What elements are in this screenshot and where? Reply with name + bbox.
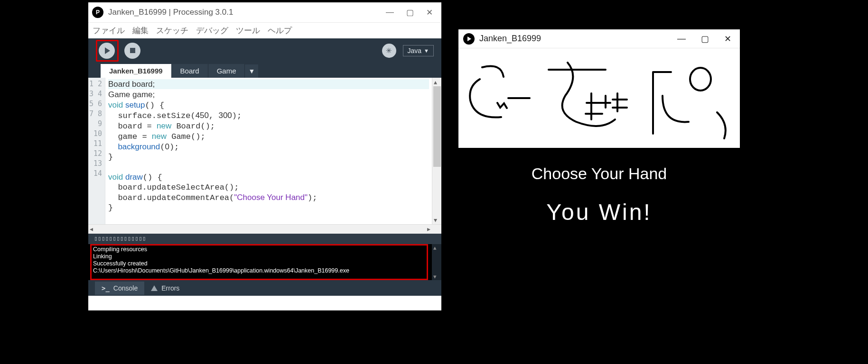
console-output[interactable]: Compiling resources Linking Successfully… — [88, 244, 441, 280]
warning-icon — [151, 285, 158, 291]
svg-marker-0 — [467, 36, 471, 41]
sketch-tabs: Janken_B16999 Board Game ▼ — [88, 63, 441, 78]
handwriting-drawing — [458, 48, 740, 148]
stop-button[interactable] — [124, 43, 140, 59]
debug-button[interactable]: ✳ — [382, 44, 396, 58]
sketch-output-window: Janken_B16999 — ▢ ✕ — [458, 29, 740, 241]
close-button[interactable]: ✕ — [426, 8, 433, 18]
sketch-titlebar[interactable]: Janken_B16999 — ▢ ✕ — [458, 29, 740, 48]
console-line: Compiling resources — [93, 246, 437, 253]
menu-sketch[interactable]: スケッチ — [155, 24, 190, 37]
code-editor[interactable]: 1 2 3 4 5 6 7 8 9 10 11 12 13 14 Board b… — [88, 78, 441, 224]
console-line: Linking — [93, 253, 437, 260]
tab-board[interactable]: Board — [172, 64, 208, 78]
scroll-up-icon[interactable]: ▴ — [434, 78, 437, 86]
minimize-button[interactable]: — — [677, 34, 686, 44]
console-line: C:\Users\Hiroshi\Documents\GitHub\Janken… — [93, 267, 437, 274]
console-icon: >_ — [102, 284, 110, 292]
scrollbar-thumb[interactable] — [433, 86, 441, 167]
console-tab[interactable]: >_ Console — [95, 282, 144, 295]
prompt-text: Choose Your Hand — [532, 164, 667, 183]
console-header: ▯▯▯▯▯▯▯▯▯▯▯▯▯▯ — [88, 234, 441, 244]
svg-point-3 — [690, 68, 711, 91]
maximize-button[interactable]: ▢ — [406, 8, 414, 18]
minimize-button[interactable]: — — [386, 8, 394, 18]
menu-help[interactable]: ヘルプ — [266, 24, 293, 37]
scroll-left-icon[interactable]: ◂ — [90, 225, 93, 233]
console-line: Successfully created — [93, 260, 437, 267]
console-scrollbar[interactable]: ▴ ▾ — [432, 244, 441, 280]
horizontal-scrollbar[interactable]: ◂ ▸ — [88, 224, 441, 234]
result-text: You Win! — [546, 199, 652, 225]
ide-window-title: Janken_B16999 | Processing 3.0.1 — [108, 8, 386, 17]
tab-game[interactable]: Game — [208, 64, 245, 78]
processing-logo-icon: P — [92, 7, 103, 18]
sketch-message-area: Choose Your Hand You Win! — [458, 148, 740, 241]
line-number-gutter: 1 2 3 4 5 6 7 8 9 10 11 12 13 14 — [88, 78, 105, 224]
tab-janken[interactable]: Janken_B16999 — [101, 64, 172, 78]
menu-edit[interactable]: 編集 — [131, 24, 150, 37]
errors-tab-label: Errors — [161, 284, 179, 292]
processing-ide-window: P Janken_B16999 | Processing 3.0.1 — ▢ ✕… — [88, 2, 441, 310]
menu-debug[interactable]: デバッグ — [195, 24, 230, 37]
menu-tools[interactable]: ツール — [234, 24, 261, 37]
scroll-right-icon[interactable]: ▸ — [427, 225, 430, 233]
maximize-button[interactable]: ▢ — [701, 34, 709, 44]
language-mode-label: Java — [408, 47, 422, 55]
ide-titlebar[interactable]: P Janken_B16999 | Processing 3.0.1 — ▢ ✕ — [88, 2, 441, 23]
debug-icon: ✳ — [386, 46, 392, 55]
chevron-down-icon: ▼ — [424, 48, 429, 54]
sketch-window-title: Janken_B16999 — [479, 34, 677, 44]
ide-statusbar: >_ Console Errors — [88, 280, 441, 296]
console-tab-label: Console — [113, 284, 138, 292]
play-icon — [105, 47, 110, 54]
code-area[interactable]: Board board; Game game; void setup() { s… — [105, 78, 432, 224]
stop-icon — [130, 48, 135, 53]
tab-menu-button[interactable]: ▼ — [245, 64, 258, 78]
scroll-down-icon[interactable]: ▾ — [434, 216, 437, 224]
run-button-highlight — [96, 40, 119, 62]
run-button[interactable] — [99, 43, 115, 59]
ide-toolbar: ✳ Java ▼ — [88, 38, 441, 63]
ide-menubar: ファイル 編集 スケッチ デバッグ ツール ヘルプ — [88, 23, 441, 38]
language-mode-selector[interactable]: Java ▼ — [403, 45, 434, 56]
sketch-app-icon — [463, 33, 475, 45]
vertical-scrollbar[interactable]: ▴ ▾ — [432, 78, 441, 224]
close-button[interactable]: ✕ — [724, 34, 731, 44]
menu-file[interactable]: ファイル — [91, 24, 126, 37]
sketch-canvas[interactable] — [458, 48, 740, 148]
scroll-up-icon[interactable]: ▴ — [433, 244, 437, 251]
errors-tab[interactable]: Errors — [144, 282, 186, 295]
scroll-down-icon[interactable]: ▾ — [433, 273, 437, 280]
